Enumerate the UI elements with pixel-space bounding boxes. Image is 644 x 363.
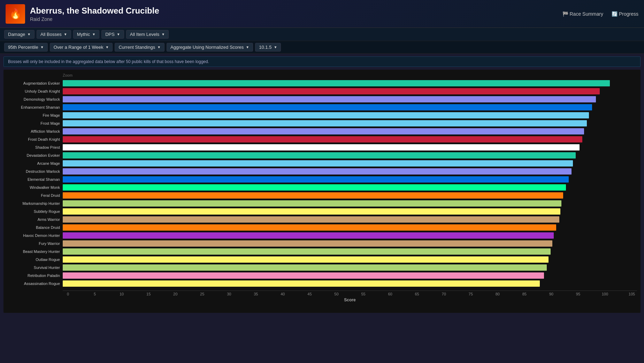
bar-fill[interactable] <box>63 200 561 207</box>
bar-row: Frost Death Knight <box>7 136 637 143</box>
bar-row: Arms Warrior <box>7 216 637 223</box>
x-axis: 0510152025303540455055606570758085909510… <box>63 291 637 302</box>
bar-fill[interactable] <box>63 96 596 102</box>
bar-track <box>63 216 637 223</box>
bar-fill[interactable] <box>63 232 554 239</box>
bar-row: Elemental Shaman <box>7 176 637 183</box>
bar-fill[interactable] <box>63 112 589 118</box>
bar-fill[interactable] <box>63 208 560 215</box>
bar-track-wrapper <box>63 136 637 142</box>
zone-title: Aberrus, the Shadowed Crucible <box>30 6 159 16</box>
bar-label: Balance Druid <box>7 225 63 230</box>
x-axis-tick: 0 <box>63 292 73 296</box>
bar-track-wrapper <box>63 88 637 94</box>
bosses-dropdown[interactable]: All Bosses▼ <box>37 30 71 39</box>
zoom-label: Zoom <box>63 73 637 77</box>
bar-track <box>63 80 637 86</box>
bar-fill[interactable] <box>63 152 576 159</box>
bar-label: Frost Death Knight <box>7 137 63 141</box>
x-axis-tick: 30 <box>224 292 234 296</box>
bar-fill[interactable] <box>63 120 587 126</box>
bar-track-wrapper <box>63 232 637 239</box>
bar-label: Enhancement Shaman <box>7 105 63 109</box>
bar-track-wrapper <box>63 280 637 287</box>
bar-row: Balance Druid <box>7 224 637 231</box>
x-axis-tick: 45 <box>304 292 315 296</box>
bar-fill[interactable] <box>63 80 610 86</box>
bar-label: Arcane Mage <box>7 161 63 165</box>
bar-row: Fury Warrior <box>7 240 637 247</box>
bar-row: Destruction Warlock <box>7 168 637 175</box>
bar-label: Shadow Priest <box>7 145 63 149</box>
bar-fill[interactable] <box>63 104 592 110</box>
bar-label: Havoc Demon Hunter <box>7 233 63 238</box>
bar-fill[interactable] <box>63 192 563 199</box>
bar-track-wrapper <box>63 200 637 207</box>
bar-fill[interactable] <box>63 216 559 223</box>
bar-track-wrapper <box>63 120 637 126</box>
bar-track <box>63 136 637 142</box>
bar-fill[interactable] <box>63 264 547 271</box>
bar-track-wrapper <box>63 224 637 231</box>
ilvl-dropdown[interactable]: All Item Levels▼ <box>126 30 169 39</box>
x-axis-tick: 70 <box>439 292 449 296</box>
bar-row: Beast Mastery Hunter <box>7 248 637 255</box>
header: 🔥 Aberrus, the Shadowed Crucible Raid Zo… <box>0 0 644 28</box>
bar-row: Windwalker Monk <box>7 184 637 191</box>
bar-row: Subtlety Rogue <box>7 208 637 215</box>
bar-fill[interactable] <box>63 248 551 255</box>
bar-fill[interactable] <box>63 176 569 183</box>
bar-track <box>63 208 637 215</box>
x-axis-ticks: 0510152025303540455055606570758085909510… <box>63 292 637 296</box>
bar-fill[interactable] <box>63 136 582 142</box>
bar-track-wrapper <box>63 248 637 255</box>
bar-track <box>63 192 637 199</box>
bar-track-wrapper <box>63 168 637 175</box>
damage-dropdown[interactable]: Damage▼ <box>4 30 34 39</box>
bar-track-wrapper <box>63 216 637 223</box>
bar-fill[interactable] <box>63 272 544 279</box>
bar-row: Affliction Warlock <box>7 128 637 135</box>
patch-dropdown[interactable]: 10.1.5▼ <box>255 43 281 52</box>
bar-fill[interactable] <box>63 160 573 167</box>
header-links: 🏁 Race Summary 🔄 Progress <box>562 11 639 17</box>
bar-fill[interactable] <box>63 240 552 247</box>
bar-track-wrapper <box>63 256 637 263</box>
percentile-dropdown[interactable]: 95th Percentile▼ <box>4 43 48 52</box>
bar-label: Marksmanship Hunter <box>7 201 63 206</box>
x-axis-tick: 50 <box>331 292 342 296</box>
bar-track-wrapper <box>63 272 637 279</box>
bar-track <box>63 120 637 126</box>
bar-label: Fire Mage <box>7 113 63 117</box>
bar-row: Survival Hunter <box>7 264 637 271</box>
bar-track-wrapper <box>63 208 637 215</box>
bar-fill[interactable] <box>63 88 600 94</box>
timerange-dropdown[interactable]: Over a Range of 1 Week▼ <box>50 43 113 52</box>
bar-label: Demonology Warlock <box>7 97 63 101</box>
bar-fill[interactable] <box>63 144 580 150</box>
bar-label: Survival Hunter <box>7 265 63 270</box>
bar-track <box>63 240 637 247</box>
bar-fill[interactable] <box>63 256 549 263</box>
bar-row: Outlaw Rogue <box>7 256 637 263</box>
difficulty-dropdown[interactable]: Mythic▼ <box>73 30 99 39</box>
bar-track <box>63 104 637 110</box>
bar-fill[interactable] <box>63 128 584 134</box>
bar-label: Subtlety Rogue <box>7 209 63 214</box>
bar-track <box>63 224 637 231</box>
header-text: Aberrus, the Shadowed Crucible Raid Zone <box>30 6 159 22</box>
bar-fill[interactable] <box>63 168 572 175</box>
bar-label: Retribution Paladin <box>7 273 63 278</box>
bar-fill[interactable] <box>63 280 540 287</box>
progress-link[interactable]: 🔄 Progress <box>612 11 638 17</box>
bar-label: Arms Warrior <box>7 217 63 222</box>
bar-row: Fire Mage <box>7 111 637 119</box>
bar-track <box>63 160 637 167</box>
bar-fill[interactable] <box>63 224 556 231</box>
role-dropdown[interactable]: DPS▼ <box>101 30 124 39</box>
standings-dropdown[interactable]: Current Standings▼ <box>115 43 164 52</box>
race-summary-link[interactable]: 🏁 Race Summary <box>562 11 603 17</box>
progress-icon: 🔄 <box>612 11 618 17</box>
bar-fill[interactable] <box>63 184 566 191</box>
aggregate-dropdown[interactable]: Aggregate Using Normalized Scores▼ <box>167 43 253 52</box>
